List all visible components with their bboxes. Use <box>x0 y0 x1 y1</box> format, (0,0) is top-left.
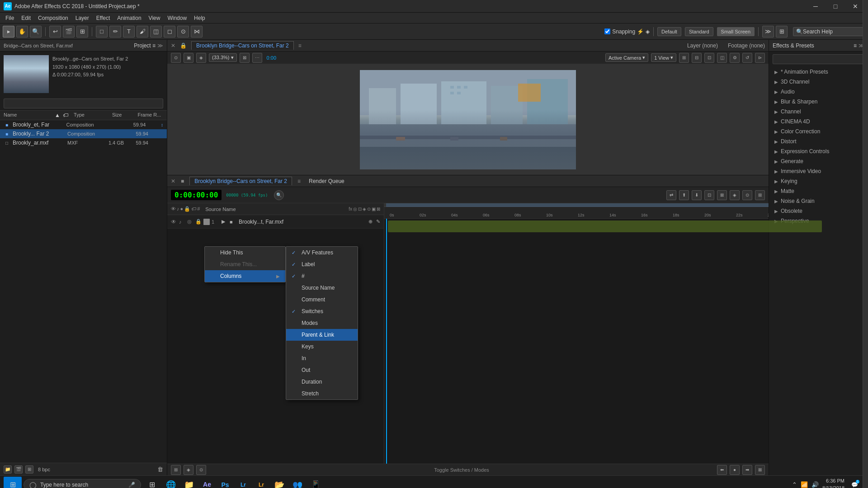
effect-3d-channel[interactable]: ▶ 3D Channel <box>769 77 868 87</box>
effect-blur-sharpen[interactable]: ▶ Blur & Sharpen <box>769 97 868 107</box>
expand-button[interactable]: ≫ <box>762 26 774 38</box>
minimize-button[interactable]: ─ <box>807 0 825 13</box>
col-hash[interactable]: ✓ # <box>286 270 358 282</box>
comp-canvas[interactable] <box>167 64 769 175</box>
puppet-tool[interactable]: ⋈ <box>191 26 203 38</box>
taskbar-folder-2[interactable]: 📂 <box>271 477 288 488</box>
effect-noise-grain[interactable]: ▶ Noise & Grain <box>769 196 868 206</box>
timeline-tab[interactable]: Brooklyn Bridge--Cars on Street, Far 2 <box>189 177 292 185</box>
col-switches[interactable]: ✓ Switches <box>286 305 358 317</box>
layer-control-6[interactable]: ◈ <box>730 190 740 200</box>
menu-window[interactable]: Window <box>164 14 190 22</box>
layer-control-8[interactable]: ⊞ <box>755 190 765 200</box>
taskbar-lr-2[interactable]: Lr <box>253 477 269 488</box>
col-out[interactable]: ✓ Out <box>286 364 358 376</box>
composition-button[interactable]: 🎬 <box>63 26 75 38</box>
menu-composition[interactable]: Composition <box>34 14 72 22</box>
zoom-dropdown[interactable]: (33.3%) ▾ <box>209 53 237 62</box>
col-duration[interactable]: ✓ Duration <box>286 376 358 388</box>
menu-edit[interactable]: Edit <box>18 14 34 22</box>
snapping-checkbox[interactable] <box>604 28 610 34</box>
expand-view[interactable]: ⊳ <box>755 53 765 63</box>
eraser-tool[interactable]: ◻ <box>164 26 175 38</box>
channels-btn[interactable]: ◫ <box>717 53 727 63</box>
taskbar-search[interactable]: ◯ 🎤 <box>24 479 141 488</box>
project-tab-label[interactable]: Project ≡ <box>134 42 156 49</box>
col-parent-link[interactable]: ✓ Parent & Link <box>286 329 358 341</box>
color-picker[interactable]: ⚙ <box>730 53 740 63</box>
project-item-1[interactable]: ■ Brookly... Far 2 Composition 59.94 <box>0 129 167 138</box>
layer-control-1[interactable]: ⇄ <box>666 190 676 200</box>
layer-lock-1[interactable]: 🔒 <box>195 219 202 225</box>
project-expand-icon[interactable]: ≫ <box>157 42 163 49</box>
effect-generate[interactable]: ▶ Generate <box>769 156 868 166</box>
taskbar-edge[interactable]: 🌐 <box>163 477 179 488</box>
render-queue-tab[interactable]: Render Queue <box>304 177 349 185</box>
selection-tool[interactable]: ▸ <box>3 26 14 38</box>
network-icon[interactable]: 📶 <box>801 481 808 488</box>
timeline-track-1[interactable] <box>388 221 822 232</box>
layer-solo-1[interactable]: ◎ <box>187 219 193 225</box>
menu-effect[interactable]: Effect <box>93 14 113 22</box>
effect-expression-controls[interactable]: ▶ Expression Controls <box>769 146 868 156</box>
effect-channel[interactable]: ▶ Channel <box>769 107 868 117</box>
viewer-layout-btn[interactable]: ▣ <box>184 53 193 63</box>
taskbar-people[interactable]: 👥 <box>289 477 306 488</box>
workspace-small-screen[interactable]: Small Screen <box>717 27 755 36</box>
timeline-tab-menu[interactable]: ≡ <box>297 178 301 184</box>
tl-bottom-2[interactable]: ◈ <box>184 465 193 475</box>
taskbar-file-explorer[interactable]: 📁 <box>181 477 197 488</box>
views-dropdown[interactable]: 1 View▾ <box>651 53 676 62</box>
layer-control-5[interactable]: ⊠ <box>717 190 727 200</box>
start-button[interactable]: ⊞ <box>4 477 22 488</box>
grid-view[interactable]: ⊟ <box>692 53 702 63</box>
fit-btn[interactable]: ⊠ <box>240 53 250 63</box>
render-btn[interactable]: ⊙ <box>171 53 181 63</box>
maximize-button[interactable]: □ <box>826 0 844 13</box>
effect-obsolete[interactable]: ▶ Obsolete <box>769 206 868 216</box>
menu-file[interactable]: File <box>2 14 18 22</box>
layer-row-1[interactable]: 👁 ♪ ◎ 🔒 1 ▶ ■ Brookly...t, Far.mxf ⊕ ✎ <box>167 215 384 229</box>
effect-cinema4d[interactable]: ▶ CINEMA 4D <box>769 117 868 127</box>
layer-audio-1[interactable]: ♪ <box>179 219 185 225</box>
layer-expand-1[interactable]: ▶ <box>222 219 228 225</box>
menu-view[interactable]: View <box>145 14 164 22</box>
effects-search-input[interactable] <box>773 54 864 64</box>
menu-help[interactable]: Help <box>190 14 209 22</box>
grid-toggle[interactable]: ⊞ <box>776 26 788 38</box>
project-item-2[interactable]: □ Brookly_ar.mxf MXF 1.4 GB 59.94 <box>0 138 167 147</box>
tl-bottom-1[interactable]: ⊞ <box>171 465 181 475</box>
time-display[interactable]: 0:00:00:00 <box>171 190 222 200</box>
comp-tab-menu-icon[interactable]: ≡ <box>298 42 302 49</box>
volume-icon[interactable]: 🔊 <box>811 481 819 488</box>
workspace-default[interactable]: Default <box>657 27 681 36</box>
chevron-up-icon[interactable]: ⌃ <box>792 481 797 488</box>
menu-layer[interactable]: Layer <box>72 14 93 22</box>
effect-keying[interactable]: ▶ Keying <box>769 176 868 186</box>
pen-tool[interactable]: ✏ <box>109 26 121 38</box>
menu-animation[interactable]: Animation <box>113 14 145 22</box>
grid-button[interactable]: ⊞ <box>76 26 88 38</box>
search-layer-btn[interactable]: 🔍 <box>274 190 284 200</box>
camera-dropdown[interactable]: Active Camera▾ <box>605 53 648 62</box>
layer-edit-1[interactable]: ✎ <box>376 219 380 225</box>
layer-eye-1[interactable]: 👁 <box>171 219 177 225</box>
workspace-standard[interactable]: Standard <box>685 27 713 36</box>
layer-color-1[interactable] <box>203 219 210 225</box>
tl-navigate-right[interactable]: ➡ <box>742 465 752 475</box>
timeline-tracks[interactable] <box>384 219 769 464</box>
tl-play-stop[interactable]: ● <box>730 465 740 475</box>
effect-color-correction[interactable]: ▶ Color Correction <box>769 127 868 136</box>
col-modes[interactable]: ✓ Modes <box>286 317 358 329</box>
ctx-hide-this[interactable]: ✓ Hide This <box>205 247 285 258</box>
ctx-columns[interactable]: ✓ Columns ▶ <box>205 270 285 282</box>
effect-matte[interactable]: ▶ Matte <box>769 186 868 196</box>
layer-link-1[interactable]: ⊕ <box>368 219 373 225</box>
tl-nav-expand[interactable]: ⊠ <box>755 465 765 475</box>
undo-button[interactable]: ↩ <box>49 26 61 38</box>
taskbar-ps[interactable]: Ps <box>217 477 233 488</box>
tl-navigate-left[interactable]: ⬅ <box>717 465 727 475</box>
new-comp-icon[interactable]: 🎬 <box>14 465 23 474</box>
new-item-icon[interactable]: ⊞ <box>25 465 33 474</box>
effect-audio[interactable]: ▶ Audio <box>769 87 868 97</box>
